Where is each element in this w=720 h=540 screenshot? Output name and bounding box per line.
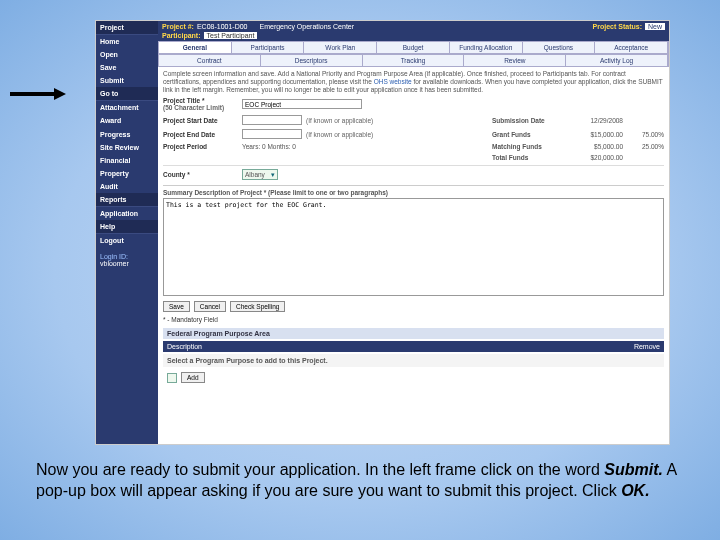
left-nav: Project Home Open Save Submit Go to Atta… [96,21,158,444]
status-value: New [645,23,665,30]
tab-activity[interactable]: Activity Log [566,55,668,66]
login-block: Login ID: vbloomer [96,253,158,267]
nav-open[interactable]: Open [96,48,158,61]
desc-col: Description [167,343,634,350]
county-label: County * [163,171,238,178]
nav-award[interactable]: Award [96,114,158,127]
nav-audit[interactable]: Audit [96,180,158,193]
add-label: Select a Program Purpose to add to this … [167,357,328,364]
summary-label: Summary Description of Project * (Please… [163,185,664,196]
project-num-label: Project #: [162,23,194,30]
grant-pct: 75.00% [629,131,664,138]
nav-section-goto: Go to [96,87,158,101]
total-label: Total Funds [492,154,562,161]
tab-funding[interactable]: Funding Allocation [450,42,523,53]
county-value: Albany [245,171,265,178]
fppa-header: Federal Program Purpose Area [163,328,664,339]
participant-row: Participant: Test Participant [158,32,669,41]
tab-general[interactable]: General [159,42,232,53]
match-value: $5,000.00 [568,143,623,150]
login-label: Login ID: [100,253,154,260]
main-panel: Project #: EC08-1001-D00 Emergency Opera… [158,21,669,444]
nav-section-project: Project [96,21,158,35]
spell-button[interactable]: Check Spelling [230,301,285,312]
tabs-row-1: General Participants Work Plan Budget Fu… [158,41,669,54]
project-name: Emergency Operations Center [260,23,355,30]
instructions: Complete screen information and save. Ad… [163,70,664,93]
end-input[interactable] [242,129,302,139]
grant-label: Grant Funds [492,131,562,138]
desc-header: Description Remove [163,341,664,352]
add-select[interactable] [167,373,177,383]
match-label: Matching Funds [492,143,562,150]
ohs-link[interactable]: OHS website [374,78,412,85]
tab-acceptance[interactable]: Acceptance [595,42,668,53]
tab-questions[interactable]: Questions [523,42,596,53]
tab-review[interactable]: Review [464,55,566,66]
tab-participants[interactable]: Participants [232,42,305,53]
total-value: $20,000.00 [568,154,623,161]
login-id: vbloomer [100,260,154,267]
caption-b1: Submit. [604,461,663,478]
nav-section-reports: Reports [96,193,158,207]
nav-attachment[interactable]: Attachment [96,101,158,114]
instruction-arrow [10,88,70,100]
summary-textarea[interactable] [163,198,664,296]
period-value: Years: 0 Months: 0 [242,143,296,150]
nav-logout[interactable]: Logout [96,234,158,247]
subdate-value: 12/29/2008 [568,117,623,124]
tab-workplan[interactable]: Work Plan [304,42,377,53]
caption-t1: Now you are ready to submit your applica… [36,461,604,478]
chevron-down-icon: ▾ [271,171,275,179]
save-button[interactable]: Save [163,301,190,312]
nav-site-review[interactable]: Site Review [96,141,158,154]
mandatory-note: * - Mandatory Field [163,316,664,323]
start-hint: (If known or applicable) [306,117,373,124]
caption-b2: OK. [621,482,649,499]
participant-value: Test Participant [204,32,258,39]
end-label: Project End Date [163,131,238,138]
remove-col: Remove [634,343,660,350]
county-select[interactable]: Albany ▾ [242,169,278,180]
nav-home[interactable]: Home [96,35,158,48]
tab-tracking[interactable]: Tracking [363,55,465,66]
status-label: Project Status: [593,23,642,30]
tabs-row-2: Contract Descriptors Tracking Review Act… [158,54,669,67]
nav-financial[interactable]: Financial [96,154,158,167]
project-header: Project #: EC08-1001-D00 Emergency Opera… [158,21,669,32]
nav-section-help: Help [96,220,158,234]
subdate-label: Submission Date [492,117,562,124]
end-hint: (If known or applicable) [306,131,373,138]
tab-budget[interactable]: Budget [377,42,450,53]
add-button[interactable]: Add [181,372,205,383]
tab-contract[interactable]: Contract [159,55,261,66]
content-area: Complete screen information and save. Ad… [158,67,669,389]
project-num: EC08-1001-D00 [197,23,248,30]
match-pct: 25.00% [629,143,664,150]
nav-progress[interactable]: Progress [96,128,158,141]
title-label: Project Title * (50 Character Limit) [163,97,238,111]
nav-application[interactable]: Application [96,207,158,220]
tab-descriptors[interactable]: Descriptors [261,55,363,66]
title-input[interactable] [242,99,362,109]
nav-property[interactable]: Property [96,167,158,180]
instruction-caption: Now you are ready to submit your applica… [36,460,684,502]
add-row: Select a Program Purpose to add to this … [163,354,664,367]
nav-submit[interactable]: Submit [96,74,158,87]
start-label: Project Start Date [163,117,238,124]
participant-label: Participant: [162,32,201,39]
nav-save[interactable]: Save [96,61,158,74]
cancel-button[interactable]: Cancel [194,301,226,312]
start-input[interactable] [242,115,302,125]
app-window: Project Home Open Save Submit Go to Atta… [95,20,670,445]
period-label: Project Period [163,143,238,150]
grant-value: $15,000.00 [568,131,623,138]
